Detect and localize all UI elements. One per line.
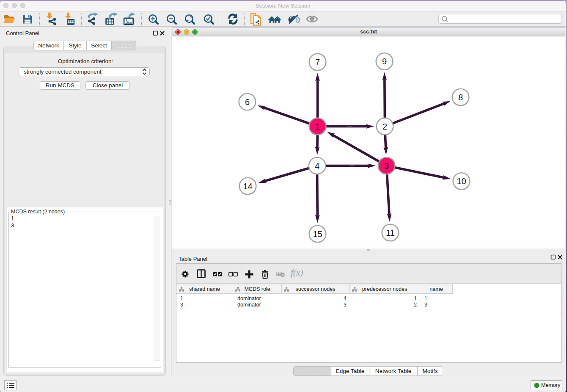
svg-text:6: 6 (245, 97, 250, 107)
svg-text:7: 7 (315, 58, 320, 67)
svg-text:8: 8 (458, 93, 463, 102)
svg-text:11: 11 (386, 228, 395, 237)
svg-text:4: 4 (315, 161, 319, 171)
svg-text:10: 10 (457, 177, 466, 186)
svg-text:15: 15 (313, 229, 322, 239)
svg-text:3: 3 (384, 161, 389, 171)
svg-text:14: 14 (243, 182, 252, 191)
svg-text:1: 1 (315, 122, 320, 131)
svg-text:2: 2 (383, 122, 387, 131)
svg-text:9: 9 (382, 57, 387, 66)
